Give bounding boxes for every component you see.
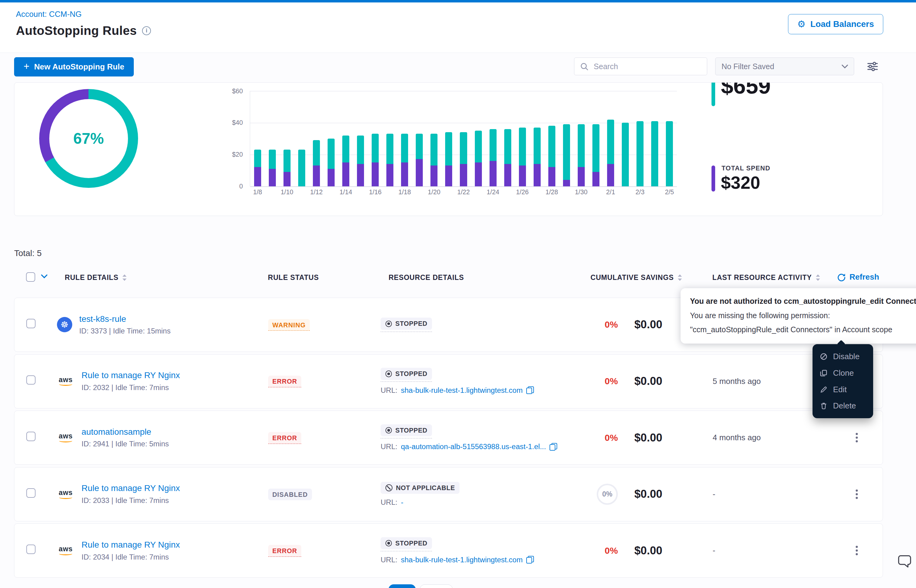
rule-meta: ID: 2033 | Idle Time: 7mins [81, 496, 180, 505]
x-tick-label: 2/1 [606, 189, 615, 196]
title-row: AutoStopping Rules [16, 24, 151, 38]
search-input[interactable] [593, 61, 701, 71]
bar-1-22: 1/22 [456, 91, 471, 186]
aws-icon: aws [57, 376, 75, 386]
rule-name-link[interactable]: Rule to manage RY Nginx [81, 483, 180, 493]
rule-status-badge[interactable]: DISABLED [268, 489, 312, 500]
resource-url-link[interactable]: qa-automation-alb-515563988.us-east-1.el… [401, 443, 546, 451]
rule-name-link[interactable]: Rule to manage RY Nginx [81, 370, 180, 380]
copy-icon[interactable] [526, 386, 534, 394]
x-tick-label: 1/20 [428, 189, 440, 196]
rule-status-badge[interactable]: ERROR [268, 432, 301, 444]
savings-percent: 0% [605, 433, 618, 443]
select-all-checkbox[interactable] [26, 272, 36, 282]
total-count: Total: 5 [14, 249, 42, 258]
rule-name-link[interactable]: Rule to manage RY Nginx [81, 540, 180, 550]
chat-bubble-icon [897, 553, 913, 569]
bar-1-8: 1/8 [250, 91, 265, 186]
menu-item-label: Disable [833, 352, 860, 361]
last-activity: - [704, 489, 831, 499]
rule-status-badge[interactable]: ERROR [268, 376, 301, 387]
row-menu-button[interactable] [853, 487, 860, 501]
load-balancers-button[interactable]: Load Balancers [788, 14, 883, 34]
aws-icon: aws [57, 433, 75, 443]
rule-name-link[interactable]: automationsample [81, 427, 169, 437]
row-checkbox[interactable] [26, 488, 36, 498]
rule-meta: ID: 2034 | Idle Time: 7mins [81, 553, 180, 561]
bar-1-24: 1/24 [486, 91, 500, 186]
bar-1-25 [500, 91, 515, 186]
x-tick-label: 2/3 [636, 189, 644, 196]
bar-2-5: 2/5 [662, 91, 677, 186]
filter-settings-button[interactable] [867, 61, 878, 74]
filter-saved-dropdown[interactable]: No Filter Saved [715, 58, 854, 75]
help-chat-button[interactable] [897, 553, 913, 571]
row-checkbox[interactable] [26, 375, 36, 385]
resource-url-link[interactable]: - [401, 498, 403, 507]
stopped-icon [385, 370, 392, 377]
resource-url: URL: sha-bulk-rule-test-1.lightwingtest.… [380, 386, 584, 395]
menu-item-edit[interactable]: Edit [812, 381, 873, 398]
x-tick-label: 1/16 [369, 189, 382, 196]
last-activity: - [704, 546, 831, 555]
resource-state-badge[interactable]: STOPPED [380, 424, 432, 436]
summary-card: 67% $60$40$200 1/81/101/121/141/161/181/… [14, 82, 883, 216]
bar-1-9 [265, 91, 280, 186]
filter-saved-label: No Filter Saved [722, 62, 774, 71]
bar-1-19 [412, 91, 427, 186]
savings-amount: $0.00 [634, 544, 662, 557]
resource-state-badge[interactable]: STOPPED [380, 368, 432, 380]
new-autostopping-rule-button[interactable]: + New AutoStopping Rule [14, 57, 134, 76]
copy-icon[interactable] [526, 556, 534, 564]
row-checkbox[interactable] [26, 432, 36, 441]
rule-status-badge[interactable]: WARNING [268, 319, 310, 331]
refresh-button[interactable]: Refresh [837, 272, 879, 282]
column-cumulative-savings[interactable]: CUMULATIVE SAVINGS [591, 273, 683, 282]
column-last-resource-activity[interactable]: LAST RESOURCE ACTIVITY [712, 273, 821, 282]
resource-state-badge[interactable]: NOT APPLICABLE [380, 482, 460, 494]
rule-meta: ID: 2941 | Idle Time: 5mins [81, 439, 169, 448]
menu-item-delete[interactable]: Delete [812, 398, 873, 414]
info-icon[interactable] [142, 26, 151, 35]
bar-1-10: 1/10 [280, 91, 294, 186]
sort-icon [677, 274, 682, 281]
resource-url-link[interactable]: sha-bulk-rule-test-1.lightwingtest.com [401, 386, 523, 395]
resource-url: URL: - [380, 498, 584, 507]
x-tick-label: 1/22 [457, 189, 469, 196]
last-activity: 4 months ago [704, 433, 831, 443]
menu-item-disable[interactable]: Disable [812, 348, 873, 365]
select-menu-chevron-icon[interactable] [41, 274, 48, 279]
savings-accent-bar [712, 82, 715, 106]
gridline [250, 186, 676, 187]
bar-2-4 [647, 91, 662, 186]
column-rule-details[interactable]: RULE DETAILS [65, 273, 127, 282]
savings-percent: 0% [605, 376, 618, 386]
x-tick-label: 1/30 [575, 189, 587, 196]
rule-name-link[interactable]: test-k8s-rule [79, 314, 171, 324]
resource-state-badge[interactable]: STOPPED [380, 318, 432, 330]
new-rule-label: New AutoStopping Rule [34, 62, 124, 71]
pagination-active-page[interactable] [388, 584, 416, 588]
resource-url-link[interactable]: sha-bulk-rule-test-1.lightwingtest.com [401, 556, 523, 564]
savings-percent: 0% [605, 546, 618, 556]
row-menu-button[interactable] [853, 544, 860, 558]
row-checkbox[interactable] [26, 544, 36, 554]
copy-icon[interactable] [550, 443, 557, 451]
bar-1-11 [294, 91, 309, 186]
sort-icon [122, 274, 127, 281]
total-savings-value: $659 [721, 82, 771, 99]
bar-1-29 [559, 91, 574, 186]
autostopping-rules-page: Account: CCM-NG AutoStopping Rules Load … [0, 0, 916, 588]
account-breadcrumb[interactable]: Account: CCM-NG [16, 10, 82, 19]
resource-url: URL: qa-automation-alb-515563988.us-east… [380, 443, 584, 451]
rule-status-badge[interactable]: ERROR [268, 545, 301, 556]
x-tick-label: 1/18 [398, 189, 411, 196]
bar-1-27 [530, 91, 544, 186]
row-checkbox[interactable] [26, 319, 36, 328]
row-menu-button[interactable] [853, 431, 860, 445]
menu-item-clone[interactable]: Clone [812, 365, 873, 381]
resource-state-badge[interactable]: STOPPED [380, 537, 432, 549]
table-header: RULE DETAILS RULE STATUS RESOURCE DETAIL… [14, 266, 883, 289]
pagination-next-page[interactable] [420, 584, 453, 588]
x-tick-label: 1/12 [310, 189, 323, 196]
